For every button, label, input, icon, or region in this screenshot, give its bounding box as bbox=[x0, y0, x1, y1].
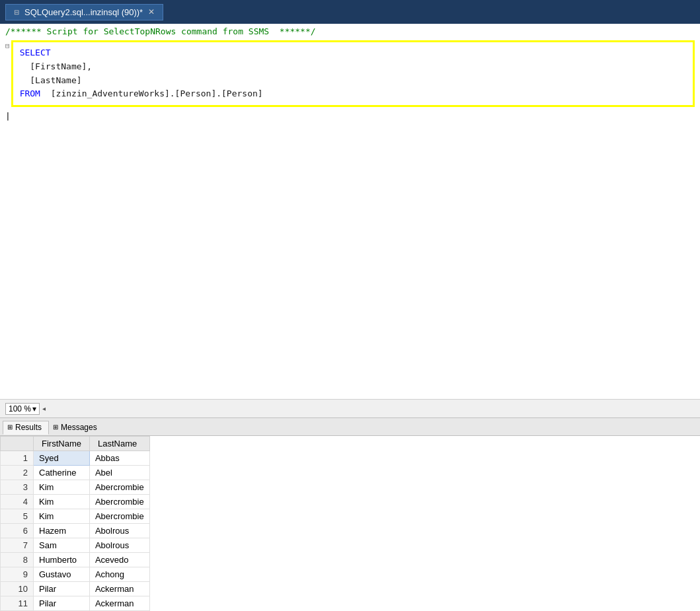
table-row[interactable]: 6HazemAbolrous bbox=[1, 524, 150, 538]
cell-firstname: Humberto bbox=[34, 553, 90, 567]
zoom-bar: 100 % ▾ ◂ bbox=[0, 399, 700, 417]
cell-firstname: Syed bbox=[34, 451, 90, 466]
cell-firstname: Kim bbox=[34, 509, 90, 524]
from-table: [zinzin_AdventureWorks].[Person].[Person… bbox=[51, 87, 263, 101]
from-keyword: FROM bbox=[20, 87, 40, 101]
from-line: FROM [zinzin_AdventureWorks].[Person].[P… bbox=[20, 87, 686, 101]
tab-messages[interactable]: ⊞ Messages bbox=[49, 421, 104, 434]
cell-lastname: Abel bbox=[89, 466, 149, 480]
editor-empty-space[interactable] bbox=[0, 122, 700, 399]
cell-rownum: 1 bbox=[1, 451, 34, 466]
collapse-indicator[interactable]: ⊟ bbox=[5, 42, 10, 50]
sql-block-wrapper: ⊟ SELECT [FirstName], [LastName] FROM [z… bbox=[0, 38, 700, 110]
results-area: ⊞ Results ⊞ Messages FirstName LastName … bbox=[0, 417, 700, 611]
table-row[interactable]: 8HumbertoAcevedo bbox=[1, 553, 150, 567]
cell-firstname: Kim bbox=[34, 480, 90, 495]
sql-block[interactable]: SELECT [FirstName], [LastName] FROM [zin… bbox=[11, 40, 695, 107]
cell-lastname: Abercrombie bbox=[89, 509, 149, 524]
results-tab-bar: ⊞ Results ⊞ Messages bbox=[0, 417, 700, 436]
cell-rownum: 9 bbox=[1, 567, 34, 582]
table-row[interactable]: 1SyedAbbas bbox=[1, 451, 150, 466]
table-row[interactable]: 9GustavoAchong bbox=[1, 567, 150, 582]
scroll-left-arrow[interactable]: ◂ bbox=[42, 405, 46, 412]
zoom-dropdown[interactable]: 100 % ▾ bbox=[5, 403, 40, 415]
cell-rownum: 4 bbox=[1, 495, 34, 509]
results-tab-icon: ⊞ bbox=[7, 423, 13, 431]
col-header-lastname: LastName bbox=[89, 437, 149, 451]
title-bar: ⊟ SQLQuery2.sql...inzinsql (90))* ✕ bbox=[0, 0, 700, 24]
cell-firstname: Pilar bbox=[34, 596, 90, 611]
cell-lastname: Achong bbox=[89, 567, 149, 582]
table-row[interactable]: 11PilarAckerman bbox=[1, 596, 150, 611]
cell-lastname: Abercrombie bbox=[89, 495, 149, 509]
field1: [FirstName], bbox=[30, 61, 92, 71]
cell-firstname: Hazem bbox=[34, 524, 90, 538]
cell-lastname: Abolrous bbox=[89, 538, 149, 553]
results-tab-label: Results bbox=[15, 423, 42, 432]
results-table-container[interactable]: FirstName LastName 1SyedAbbas2CatherineA… bbox=[0, 436, 700, 611]
cell-lastname: Ackerman bbox=[89, 582, 149, 596]
table-row[interactable]: 7SamAbolrous bbox=[1, 538, 150, 553]
cell-rownum: 8 bbox=[1, 553, 34, 567]
cell-firstname: Sam bbox=[34, 538, 90, 553]
query-tab[interactable]: ⊟ SQLQuery2.sql...inzinsql (90))* ✕ bbox=[5, 4, 163, 20]
editor-area: /****** Script for SelectTopNRows comman… bbox=[0, 24, 700, 399]
field2: [LastName] bbox=[30, 75, 81, 85]
cursor-line: | bbox=[0, 110, 700, 122]
table-row[interactable]: 5KimAbercrombie bbox=[1, 509, 150, 524]
cell-lastname: Abercrombie bbox=[89, 480, 149, 495]
table-header-row: FirstName LastName bbox=[1, 437, 150, 451]
cell-firstname: Catherine bbox=[34, 466, 90, 480]
zoom-level: 100 % bbox=[9, 404, 31, 413]
cell-rownum: 7 bbox=[1, 538, 34, 553]
table-row[interactable]: 2CatherineAbel bbox=[1, 466, 150, 480]
table-row[interactable]: 4KimAbercrombie bbox=[1, 495, 150, 509]
cell-lastname: Ackerman bbox=[89, 596, 149, 611]
tab-results[interactable]: ⊞ Results bbox=[3, 421, 49, 435]
messages-tab-icon: ⊞ bbox=[53, 423, 58, 431]
cell-lastname: Abolrous bbox=[89, 524, 149, 538]
cell-rownum: 10 bbox=[1, 582, 34, 596]
tab-label: SQLQuery2.sql...inzinsql (90))* bbox=[24, 7, 143, 17]
results-table: FirstName LastName 1SyedAbbas2CatherineA… bbox=[0, 436, 150, 611]
tab-pin-icon: ⊟ bbox=[14, 9, 19, 16]
col-header-rownum bbox=[1, 437, 34, 451]
field2-line: [LastName] bbox=[20, 74, 686, 88]
comment-line: /****** Script for SelectTopNRows comman… bbox=[0, 24, 700, 38]
cell-firstname: Pilar bbox=[34, 582, 90, 596]
tab-close-icon[interactable]: ✕ bbox=[148, 7, 155, 17]
table-row[interactable]: 3KimAbercrombie bbox=[1, 480, 150, 495]
cell-firstname: Gustavo bbox=[34, 567, 90, 582]
cell-lastname: Acevedo bbox=[89, 553, 149, 567]
field1-line: [FirstName], bbox=[20, 60, 686, 74]
table-row[interactable]: 10PilarAckerman bbox=[1, 582, 150, 596]
cell-rownum: 3 bbox=[1, 480, 34, 495]
select-line: SELECT bbox=[20, 46, 686, 60]
messages-tab-label: Messages bbox=[61, 423, 97, 432]
cell-lastname: Abbas bbox=[89, 451, 149, 466]
zoom-dropdown-arrow: ▾ bbox=[32, 404, 36, 413]
select-keyword: SELECT bbox=[20, 48, 51, 57]
cell-rownum: 6 bbox=[1, 524, 34, 538]
cell-rownum: 2 bbox=[1, 466, 34, 480]
cell-rownum: 11 bbox=[1, 596, 34, 611]
cell-firstname: Kim bbox=[34, 495, 90, 509]
col-header-firstname: FirstName bbox=[34, 437, 90, 451]
cell-rownum: 5 bbox=[1, 509, 34, 524]
